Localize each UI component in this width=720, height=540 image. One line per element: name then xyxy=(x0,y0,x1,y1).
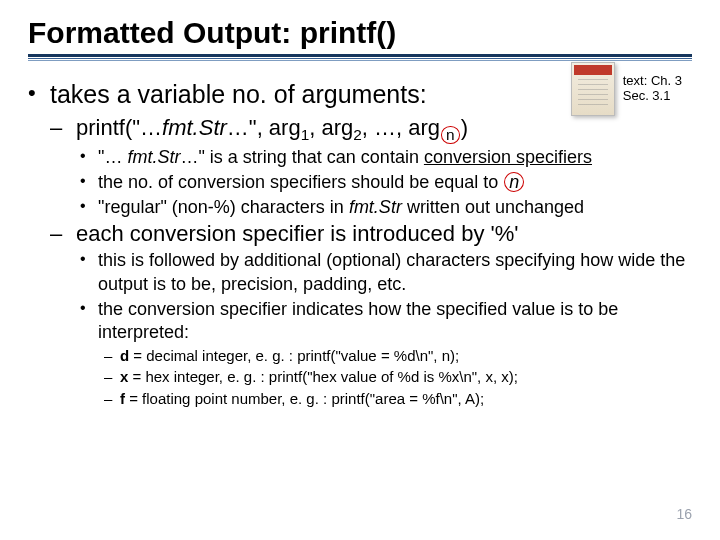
page-number: 16 xyxy=(676,506,692,522)
bullet-level4: f = floating point number, e. g. : print… xyxy=(98,389,692,409)
title-block: Formatted Output: printf() xyxy=(28,16,692,60)
bullet-level3: the no. of conversion specifiers should … xyxy=(76,171,692,194)
bullet-level1: takes a variable no. of arguments: print… xyxy=(28,80,692,408)
printf-signature: printf("…fmt.Str…", arg1, arg2, …, argn) xyxy=(76,115,468,140)
slide: Formatted Output: printf() text: Ch. 3 S… xyxy=(0,0,720,540)
bullet-level4: d = decimal integer, e. g. : printf("val… xyxy=(98,346,692,366)
circled-n: n xyxy=(504,172,524,192)
bullet-level4: x = hex integer, e. g. : printf("hex val… xyxy=(98,367,692,387)
bullet-level2: each conversion specifier is introduced … xyxy=(50,221,692,408)
body: takes a variable no. of arguments: print… xyxy=(28,80,692,408)
bullet-level3: "regular" (non-%) characters in fmt.Str … xyxy=(76,196,692,219)
slide-title: Formatted Output: printf() xyxy=(28,16,396,52)
bullet-level3: this is followed by additional (optional… xyxy=(76,249,692,295)
bullet-level3: the conversion specifier indicates how t… xyxy=(76,298,692,409)
title-underline xyxy=(28,54,692,60)
bullet-level3: "… fmt.Str…" is a string that can contai… xyxy=(76,146,692,169)
bullet-text: takes a variable no. of arguments: xyxy=(50,80,427,108)
bullet-level2: printf("…fmt.Str…", arg1, arg2, …, argn)… xyxy=(50,115,692,219)
circled-n: n xyxy=(441,126,460,143)
